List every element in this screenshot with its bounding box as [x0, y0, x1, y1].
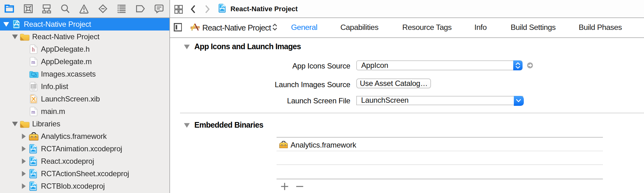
- svg-text:m: m: [31, 59, 36, 65]
- svg-text:m: m: [31, 109, 36, 115]
- svg-text:PLIST: PLIST: [31, 89, 36, 91]
- svg-text:h: h: [32, 46, 35, 53]
